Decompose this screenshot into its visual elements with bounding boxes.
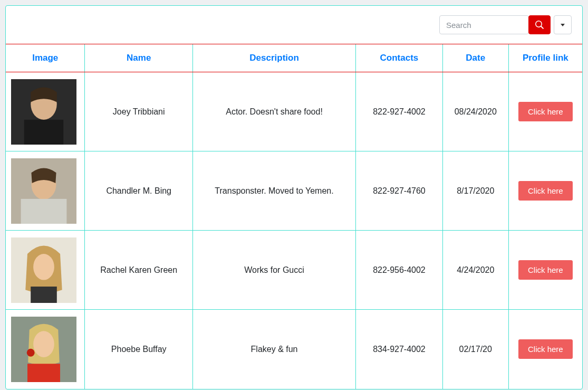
cell-name: Phoebe Buffay	[85, 310, 192, 389]
avatar	[11, 237, 76, 303]
cell-name: Rachel Karen Green	[85, 231, 192, 310]
svg-rect-5	[21, 198, 67, 223]
cell-profile-link: Click here	[508, 231, 582, 310]
cell-date: 08/24/2020	[442, 72, 508, 151]
cell-date: 8/17/2020	[442, 151, 508, 231]
cell-profile-link: Click here	[508, 72, 582, 151]
profile-link-button[interactable]: Click here	[518, 102, 573, 121]
cell-contacts: 822-927-4002	[356, 72, 443, 151]
svg-rect-11	[27, 364, 60, 382]
cell-contacts: 822-956-4002	[356, 231, 443, 310]
table-header-row: Image Name Description Contacts Date Pro…	[6, 44, 582, 72]
data-card: Image Name Description Contacts Date Pro…	[5, 5, 583, 389]
table-row: Rachel Karen GreenWorks for Gucci822-956…	[6, 231, 582, 310]
profile-link-button[interactable]: Click here	[518, 339, 573, 359]
cell-image	[6, 310, 85, 389]
cell-description: Transponster. Moved to Yemen.	[192, 151, 355, 231]
search-button[interactable]	[528, 15, 551, 34]
col-header-description[interactable]: Description	[192, 44, 355, 72]
svg-point-7	[33, 254, 54, 280]
cell-name: Chandler M. Bing	[85, 151, 192, 231]
profile-link-button[interactable]: Click here	[518, 181, 573, 201]
chevron-down-icon	[561, 24, 565, 26]
cell-description: Works for Gucci	[192, 231, 355, 310]
svg-rect-2	[24, 119, 63, 144]
svg-point-12	[27, 349, 35, 357]
toolbar	[6, 6, 582, 44]
dropdown-toggle[interactable]	[554, 15, 572, 34]
search-input[interactable]	[439, 15, 529, 34]
cell-profile-link: Click here	[508, 310, 582, 389]
search-icon	[535, 21, 544, 29]
avatar	[11, 317, 76, 382]
table-row: Chandler M. BingTransponster. Moved to Y…	[6, 151, 582, 231]
cell-image	[6, 231, 85, 310]
search-group	[439, 15, 551, 34]
cell-description: Actor. Doesn't share food!	[192, 72, 355, 151]
table-row: Phoebe BuffayFlakey & fun834-927-400202/…	[6, 310, 582, 389]
cell-image	[6, 72, 85, 151]
col-header-contacts[interactable]: Contacts	[356, 44, 443, 72]
cell-name: Joey Tribbiani	[85, 72, 192, 151]
cell-contacts: 834-927-4002	[356, 310, 443, 389]
col-header-date[interactable]: Date	[442, 44, 508, 72]
col-header-name[interactable]: Name	[85, 44, 192, 72]
cell-image	[6, 151, 85, 231]
cell-description: Flakey & fun	[192, 310, 355, 389]
col-header-profile-link[interactable]: Profile link	[508, 44, 582, 72]
cell-date: 02/17/20	[442, 310, 508, 389]
avatar	[11, 158, 76, 224]
svg-rect-8	[31, 287, 57, 303]
cell-date: 4/24/2020	[442, 231, 508, 310]
cell-contacts: 822-927-4760	[356, 151, 443, 231]
avatar	[11, 79, 76, 145]
data-table: Image Name Description Contacts Date Pro…	[6, 44, 582, 389]
col-header-image[interactable]: Image	[6, 44, 85, 72]
profile-link-button[interactable]: Click here	[518, 260, 573, 280]
cell-profile-link: Click here	[508, 151, 582, 231]
table-row: Joey TribbianiActor. Doesn't share food!…	[6, 72, 582, 151]
svg-point-10	[33, 331, 54, 357]
